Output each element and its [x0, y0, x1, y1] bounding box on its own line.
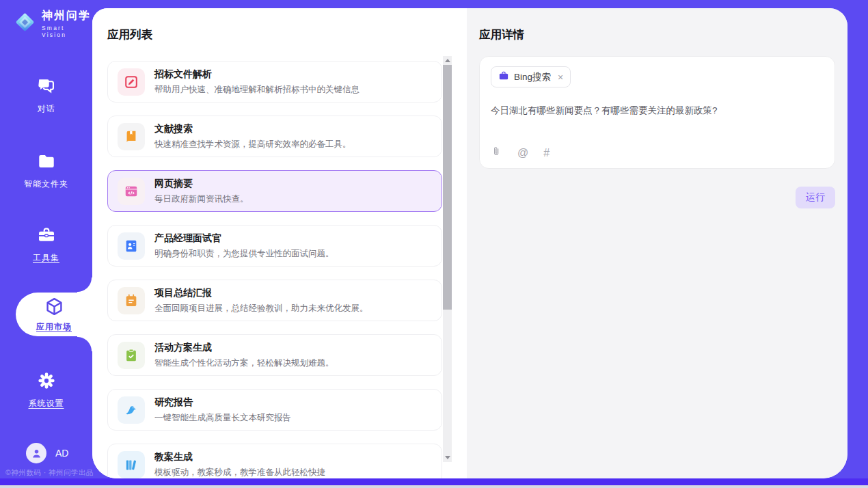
user-account[interactable]: AD	[26, 443, 68, 463]
app-card-literature-search[interactable]: 文献搜索 快速精准查找学术资源，提高研究效率的必备工具。	[107, 116, 442, 157]
sidebar-item-app-market[interactable]: 应用市场	[16, 293, 92, 336]
app-desc: 帮助用户快速、准确地理解和解析招标书中的关键信息	[154, 84, 360, 96]
briefcase-icon	[498, 70, 509, 84]
sidebar-item-label: 对话	[38, 103, 55, 115]
prompt-toolbar: @ #	[491, 146, 550, 160]
sidebar-item-label: 系统设置	[29, 398, 64, 409]
bottom-accent-bar	[0, 478, 868, 485]
app-title: 文献搜索	[154, 123, 351, 135]
prompt-text[interactable]: 今日湖北有哪些新闻要点？有哪些需要关注的最新政策?	[491, 104, 824, 118]
sidebar-item-label: 智能文件夹	[24, 178, 68, 190]
sidebar: 神州问学 Smart Vision 对话 智能文件夹	[0, 0, 92, 488]
avatar	[26, 443, 46, 463]
app-desc: 模板驱动，教案秒成，教学准备从此轻松快捷	[154, 467, 325, 478]
scroll-up-icon[interactable]	[445, 59, 450, 62]
app-title: 项目总结汇报	[154, 287, 368, 299]
gear-icon	[37, 371, 56, 393]
sidebar-item-chat[interactable]: 对话	[0, 77, 92, 115]
run-button[interactable]: 运行	[796, 187, 835, 208]
app-desc: 全面回顾项目进展，总结经验教训，助力未来优化发展。	[154, 303, 368, 314]
app-title: 教案生成	[154, 451, 325, 463]
app-list-scrollbar[interactable]	[443, 56, 452, 462]
user-name: AD	[55, 448, 68, 459]
app-list-panel: 应用列表 招标文件解析 帮助用户快速、准确地理解和解析招标书中的关键信息	[92, 8, 467, 478]
app-title: 招标文件解析	[154, 68, 360, 81]
app-card-pm-interviewer[interactable]: 产品经理面试官 明确身份和职责，为您提供专业性的面试问题。	[107, 225, 442, 267]
person-doc-icon	[118, 232, 145, 260]
app-desc: 一键智能生成高质量长文本研究报告	[154, 412, 291, 424]
sidebar-item-settings[interactable]: 系统设置	[0, 371, 92, 409]
copyright-text: ©神州数码 · 神州问学出品	[5, 468, 92, 478]
app-detail-panel: 应用详情 Bing搜索 × 今日湖北有哪些新闻要点？有哪些需要关注的最新政策?	[467, 8, 847, 478]
sidebar-item-label: 工具集	[33, 252, 59, 264]
app-cards: 招标文件解析 帮助用户快速、准确地理解和解析招标书中的关键信息 文献搜索 快速精…	[107, 61, 442, 478]
prompt-card[interactable]: Bing搜索 × 今日湖北有哪些新闻要点？有哪些需要关注的最新政策? @ #	[479, 56, 835, 169]
brand-subtitle: Smart Vision	[42, 25, 92, 38]
mention-icon[interactable]: @	[517, 147, 528, 159]
tool-tag-label: Bing搜索	[514, 71, 551, 83]
app-desc: 快速精准查找学术资源，提高研究效率的必备工具。	[154, 139, 351, 150]
book-icon	[118, 123, 145, 150]
app-detail-title: 应用详情	[479, 27, 835, 42]
chat-bubbles-icon	[37, 77, 56, 98]
app-card-bid-analysis[interactable]: 招标文件解析 帮助用户快速、准确地理解和解析招标书中的关键信息	[107, 61, 442, 103]
scroll-down-icon[interactable]	[445, 456, 450, 459]
app-card-event-plan[interactable]: 活动方案生成 智能生成个性化活动方案，轻松解决规划难题。	[107, 334, 442, 376]
sidebar-item-label: 应用市场	[36, 321, 72, 333]
app-title: 网页摘要	[154, 178, 249, 190]
sidebar-item-toolset[interactable]: 工具集	[0, 226, 92, 264]
bird-icon	[118, 396, 145, 424]
app-list-title: 应用列表	[107, 27, 467, 42]
pen-square-icon	[118, 68, 145, 96]
note-icon	[118, 287, 145, 314]
app-desc: 明确身份和职责，为您提供专业性的面试问题。	[154, 248, 334, 260]
folder-icon	[37, 152, 56, 174]
toolbox-icon	[37, 226, 56, 247]
app-card-project-report[interactable]: 项目总结汇报 全面回顾项目进展，总结经验教训，助力未来优化发展。	[107, 280, 442, 321]
tool-tag-bing-search[interactable]: Bing搜索 ×	[491, 66, 571, 87]
main-panel: 应用列表 招标文件解析 帮助用户快速、准确地理解和解析招标书中的关键信息	[92, 8, 847, 478]
books-icon	[118, 451, 145, 478]
sidebar-item-smart-folder[interactable]: 智能文件夹	[0, 152, 92, 190]
app-card-web-summary[interactable]: 网页摘要 每日政府新闻资讯快查。	[107, 170, 442, 212]
attachment-icon[interactable]	[491, 146, 502, 160]
brand-logo: 神州问学 Smart Vision	[12, 9, 92, 38]
app-desc: 每日政府新闻资讯快查。	[154, 193, 249, 205]
clipboard-check-icon	[118, 342, 145, 369]
hash-icon[interactable]: #	[543, 147, 550, 159]
app-title: 研究报告	[154, 396, 291, 409]
app-card-lesson-plan[interactable]: 教案生成 模板驱动，教案秒成，教学准备从此轻松快捷	[107, 444, 442, 478]
tag-close-icon[interactable]: ×	[558, 72, 563, 83]
app-card-research-report[interactable]: 研究报告 一键智能生成高质量长文本研究报告	[107, 389, 442, 431]
browser-code-icon	[118, 178, 145, 205]
brand-name: 神州问学	[42, 9, 92, 23]
scrollbar-thumb[interactable]	[443, 65, 452, 310]
app-desc: 智能生成个性化活动方案，轻松解决规划难题。	[154, 357, 334, 369]
cube-icon	[44, 297, 64, 319]
window-bottom-edge	[0, 485, 868, 488]
app-title: 活动方案生成	[154, 342, 334, 354]
app-title: 产品经理面试官	[154, 232, 334, 245]
brand-diamond-icon	[12, 10, 38, 38]
